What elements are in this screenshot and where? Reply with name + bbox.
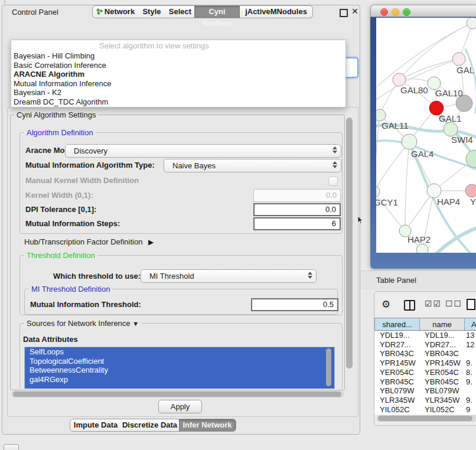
network-node[interactable] bbox=[416, 244, 428, 253]
table-row[interactable]: YBL079WYBL079W bbox=[374, 386, 476, 396]
dpi-tolerance-input[interactable]: 0.0 bbox=[253, 203, 341, 216]
attribute-list-item[interactable]: SelfLoops bbox=[25, 347, 334, 357]
network-edge-highlighted[interactable] bbox=[432, 226, 476, 253]
kernel-width-input[interactable]: 0.0 bbox=[253, 189, 341, 202]
table-cell: YPR145W bbox=[380, 358, 416, 368]
settings-hscrollbar-thumb[interactable] bbox=[13, 392, 341, 397]
column-header-partial[interactable]: A bbox=[465, 318, 476, 331]
minimize-window-icon[interactable] bbox=[392, 8, 399, 16]
attribute-list-item[interactable] bbox=[25, 384, 334, 389]
table-hscrollbar[interactable] bbox=[377, 415, 476, 422]
gear-icon[interactable]: ⚙ bbox=[382, 298, 390, 311]
network-node-hap4[interactable] bbox=[427, 184, 441, 198]
table-row[interactable]: YBR043CYBR043C bbox=[374, 349, 476, 358]
tab-select[interactable]: Select bbox=[166, 5, 195, 18]
unchecked-boxes-icon[interactable]: ☐☐ bbox=[445, 299, 462, 308]
table-cell: YBL079W bbox=[425, 386, 459, 396]
tab-cyni-toolbox[interactable]: Cyni Toolbox bbox=[194, 5, 240, 18]
network-node-label: GAL80 bbox=[400, 85, 428, 95]
attribute-list-item[interactable]: gal4RGexp bbox=[25, 375, 334, 384]
table-cell: YER054C bbox=[380, 368, 414, 377]
aracne-mode-select[interactable]: Discovery bbox=[65, 144, 341, 158]
network-node[interactable] bbox=[467, 18, 476, 29]
network-window-titlebar[interactable] bbox=[370, 5, 476, 17]
document-icon[interactable] bbox=[467, 299, 475, 310]
close-panel-button[interactable]: ✕ bbox=[351, 8, 358, 15]
table-row[interactable]: YBR045CYBR045C9. bbox=[374, 377, 476, 387]
apply-button[interactable]: Apply bbox=[158, 400, 202, 413]
float-window-button[interactable] bbox=[340, 9, 348, 17]
tab-discretize-data[interactable]: Discretize Data bbox=[120, 419, 180, 432]
settings-hscrollbar[interactable] bbox=[12, 391, 344, 397]
table-cell: YBL079W bbox=[380, 386, 415, 396]
network-node-y[interactable] bbox=[465, 184, 476, 197]
network-node-label: HAP2 bbox=[407, 234, 431, 244]
tab-jactivemnodules[interactable]: jActiveMNodules bbox=[240, 5, 313, 18]
algorithm-option[interactable]: Basic Correlation Inference bbox=[14, 61, 106, 70]
table-cell: 9 bbox=[466, 405, 470, 415]
tab-network[interactable]: Network bbox=[92, 5, 139, 18]
algorithm-dropdown-popup: Select algorithm to view settings Bayesi… bbox=[11, 40, 346, 107]
close-window-icon[interactable] bbox=[380, 8, 388, 16]
algorithm-option[interactable]: ARACNE Algorithm bbox=[14, 70, 84, 79]
attribute-list-item[interactable]: BetweennessCentrality bbox=[25, 366, 334, 375]
which-threshold-label: Which threshold to use: bbox=[53, 272, 141, 281]
network-node-label: HAP4 bbox=[437, 197, 460, 207]
algorithm-option[interactable]: Bayesian - K2 bbox=[14, 88, 61, 97]
mi-steps-input[interactable]: 6 bbox=[253, 217, 341, 230]
table-cell: 9. bbox=[466, 396, 472, 405]
table-row[interactable]: YLR345WYLR345W9. bbox=[374, 396, 476, 405]
network-node-gal[interactable] bbox=[452, 53, 465, 66]
table-cell: YDL19... bbox=[425, 331, 455, 340]
network-node-label: GAL1 bbox=[439, 113, 461, 123]
network-edge[interactable] bbox=[376, 142, 409, 191]
table-panel: ⚙ ☑☑ ☐☐ shared... name A YDL19...YDL19..… bbox=[374, 291, 476, 426]
algorithm-option[interactable]: Mutual Information Inference bbox=[14, 79, 111, 89]
settings-scrollbar-thumb[interactable] bbox=[346, 118, 353, 369]
table-body[interactable]: YDL19...YDL19...13YDR27...YDR27...12YBR0… bbox=[374, 331, 476, 415]
network-canvas[interactable]: GALGAL80GAL10GAL1GAL11SWI4GAL4HAP4YGCY1H… bbox=[376, 18, 476, 253]
attribute-list-item[interactable]: TopologicalCoefficient bbox=[25, 357, 334, 366]
table-row[interactable]: YDL19...YDL19...13 bbox=[374, 331, 476, 340]
spinner-arrows-icon bbox=[332, 161, 337, 168]
table-hscrollbar-thumb[interactable] bbox=[378, 416, 472, 421]
mi-algorithm-type-label: Mutual Information Algorithm Type: bbox=[25, 161, 155, 169]
cut-off-button[interactable] bbox=[4, 444, 19, 450]
checked-boxes-icon[interactable]: ☑☑ bbox=[425, 299, 442, 308]
data-attributes-list[interactable]: SelfLoopsTopologicalCoefficientBetweenne… bbox=[24, 347, 335, 389]
settings-scrollbar-track[interactable] bbox=[345, 116, 354, 388]
mi-threshold-input[interactable]: 0.5 bbox=[251, 298, 338, 311]
column-header-name[interactable]: name bbox=[420, 318, 465, 331]
tab-impute-data[interactable]: Impute Data bbox=[70, 419, 122, 432]
tab-style[interactable]: Style bbox=[138, 5, 167, 18]
network-node-gal4[interactable] bbox=[402, 134, 417, 149]
network-view-window[interactable]: GALGAL80GAL10GAL1GAL11SWI4GAL4HAP4YGCY1H… bbox=[370, 5, 476, 269]
attributes-list-scrollbar[interactable] bbox=[326, 348, 331, 386]
network-node-gal11[interactable] bbox=[376, 109, 386, 121]
which-threshold-select[interactable]: MI Threshold bbox=[141, 269, 317, 283]
table-cell: YER054C bbox=[425, 368, 459, 377]
mi-algorithm-type-select[interactable]: Naive Bayes bbox=[164, 159, 341, 172]
table-row[interactable]: YIL052CYIL052C9 bbox=[374, 405, 476, 415]
algorithm-option[interactable]: Dream8 DC_TDC Algorithm bbox=[14, 97, 108, 107]
network-edge[interactable] bbox=[405, 142, 409, 231]
threshold-definition-title: Threshold Definition bbox=[24, 251, 97, 260]
network-icon bbox=[96, 8, 103, 15]
table-header-row: shared... name A bbox=[374, 318, 476, 331]
network-node-gcy1[interactable] bbox=[376, 185, 380, 197]
column-header-shared-name[interactable]: shared... bbox=[374, 318, 420, 331]
algorithm-option[interactable]: Bayesian - Hill Climbing bbox=[14, 51, 94, 61]
maximize-window-icon[interactable] bbox=[403, 8, 410, 16]
hub-definition-expander[interactable]: Hub/Transcription Factor Definition ▶ bbox=[24, 237, 154, 246]
table-row[interactable]: YPR145WYPR145W9. bbox=[374, 358, 476, 368]
data-attributes-label: Data Attributes bbox=[23, 335, 78, 344]
table-row[interactable]: YDR27...YDR27...12 bbox=[374, 340, 476, 350]
tab-infer-network[interactable]: Infer Network bbox=[179, 419, 236, 432]
network-node-gal80[interactable] bbox=[393, 73, 406, 86]
sources-title[interactable]: Sources for Network Inference ▼ bbox=[24, 319, 141, 328]
column-split-icon[interactable] bbox=[404, 300, 415, 311]
table-row[interactable]: YER054CYER054C8. bbox=[374, 368, 476, 377]
table-cell: YBR045C bbox=[425, 377, 459, 387]
cyni-settings-title: Cyni Algorithm Settings bbox=[14, 110, 98, 119]
manual-kernel-width-checkbox[interactable] bbox=[328, 177, 338, 186]
